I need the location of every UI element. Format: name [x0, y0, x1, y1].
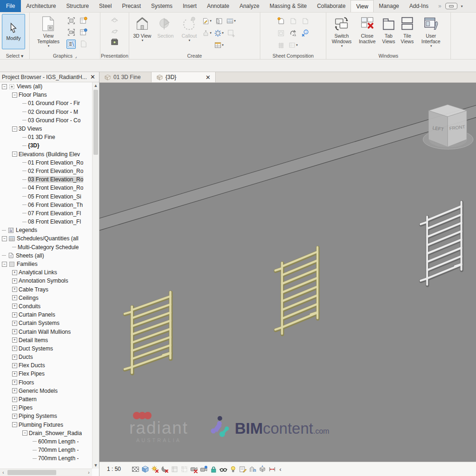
tree-item-label[interactable]: Views (all) [17, 83, 42, 90]
tree-item-3d[interactable]: {3D} [0, 141, 92, 150]
tree-item-label[interactable]: Curtain Systems [19, 320, 60, 326]
project-browser-titlebar[interactable]: Project Browser - IGS_RadiantH... ✕ [0, 72, 99, 82]
ribbon-tab-precast[interactable]: Precast [117, 0, 146, 12]
crop-region-icon[interactable] [180, 465, 189, 474]
cut-profile-icon[interactable] [79, 28, 88, 37]
tree-item-label[interactable]: 02 Front Elevation_Ro [28, 168, 83, 174]
tree-item-700mm-length[interactable]: 700mm Length - [0, 446, 92, 454]
ribbon-tab-file[interactable]: File [0, 0, 21, 12]
expand-icon[interactable]: + [12, 304, 17, 309]
tree-item-piping-systems[interactable]: +Piping Systems [0, 412, 92, 420]
tree-item-cable-trays[interactable]: +Cable Trays [0, 285, 92, 294]
tree-item-ducts[interactable]: +Ducts [0, 353, 92, 361]
tree-item-label[interactable]: Pipes [19, 404, 33, 411]
schedules-icon[interactable] [226, 16, 236, 26]
tree-item-700mm-length[interactable]: 700mm Length - [0, 454, 92, 463]
scroll-up-icon[interactable]: ▲ [93, 82, 99, 89]
ribbon-tab-steel[interactable]: Steel [94, 0, 117, 12]
tree-item-label[interactable]: Legends [16, 227, 37, 233]
tree-item-flex-ducts[interactable]: +Flex Ducts [0, 361, 92, 370]
analytical-model-icon[interactable] [248, 465, 257, 474]
ribbon-display-toggle-icon[interactable] [445, 3, 457, 9]
tree-item-label[interactable]: Flex Ducts [19, 362, 45, 369]
tree-item-legends[interactable]: Legends [0, 226, 92, 234]
scroll-left-icon[interactable]: ‹ [0, 469, 7, 476]
ribbon-overflow-icon[interactable]: » [438, 3, 442, 9]
expand-icon[interactable]: + [12, 329, 17, 334]
view-templates-button[interactable]: View Templates [32, 14, 65, 48]
thin-lines-icon[interactable] [66, 40, 76, 49]
expand-icon[interactable]: + [12, 414, 17, 419]
tree-item-label[interactable]: Drain_Shower_Radia [29, 430, 82, 436]
tree-item-01-front-elevation-ro[interactable]: 01 Front Elevation_Ro [0, 159, 92, 167]
tree-item-curtain-panels[interactable]: +Curtain Panels [0, 311, 92, 319]
towel-rail-brass-2[interactable] [271, 242, 325, 337]
ribbon-tab-structure[interactable]: Structure [61, 0, 94, 12]
tree-item-label[interactable]: Ducts [19, 354, 33, 360]
tree-item-label[interactable]: Cable Trays [19, 286, 48, 293]
tree-item-curtain-wall-mullions[interactable]: +Curtain Wall Mullions [0, 327, 92, 336]
render-icon[interactable] [110, 15, 119, 24]
tree-item-label[interactable]: 06 Front Elevation_Th [28, 202, 83, 208]
tree-item-07-front-elevation-fl[interactable]: 07 Front Elevation_Fl [0, 209, 92, 218]
tree-item-label[interactable]: 02 Ground Floor - M [28, 109, 78, 115]
view-properties-icon[interactable] [238, 465, 247, 474]
view-tab-01-3d-fine[interactable]: 01 3D Fine [99, 72, 152, 82]
tree-item-label[interactable]: Piping Systems [19, 413, 57, 419]
tree-item-label[interactable]: Curtain Wall Mullions [19, 329, 71, 335]
browser-horizontal-scrollbar[interactable]: ‹ › [0, 469, 92, 476]
drafting-view-icon[interactable] [202, 16, 212, 26]
tree-item-label[interactable]: Pattern [19, 396, 37, 403]
tree-item-label[interactable]: Schedules/Quantities (all [17, 235, 79, 242]
tree-item-analytical-links[interactable]: +Analytical Links [0, 268, 92, 277]
tree-item-600mm-length[interactable]: 600mm Length - [0, 437, 92, 446]
tree-item-label[interactable]: 600mm Length - [38, 438, 79, 445]
sun-path-icon[interactable] [151, 465, 159, 474]
3d-view-button[interactable]: 3D View [131, 14, 153, 42]
tree-item-label[interactable]: Generic Models [19, 388, 58, 394]
tree-item-label[interactable]: 3D Views [19, 126, 42, 132]
tree-item-detail-items[interactable]: +Detail Items [0, 336, 92, 344]
expand-icon[interactable]: + [12, 270, 17, 275]
towel-rail-brass-1[interactable] [119, 287, 179, 377]
collapse-icon[interactable]: − [2, 84, 7, 89]
expand-icon[interactable]: + [12, 363, 17, 368]
tree-item-annotation-symbols[interactable]: +Annotation Symbols [0, 277, 92, 285]
tree-item-plumbing-fixtures[interactable]: −Plumbing Fixtures [0, 421, 92, 429]
new-sheet-icon[interactable] [277, 16, 286, 26]
tree-item-label[interactable]: Detail Items [19, 337, 48, 344]
tree-item-label[interactable]: Elevations (Building Elev [19, 151, 80, 158]
tree-item-duct-systems[interactable]: +Duct Systems [0, 344, 92, 353]
tree-item-label[interactable]: Ceilings [19, 295, 39, 301]
browser-vertical-scrollbar[interactable]: ▲ ▼ [92, 82, 99, 469]
collapse-icon[interactable]: − [12, 126, 17, 132]
tree-item-elevations-building-elev[interactable]: −Elevations (Building Elev [0, 150, 92, 159]
expand-icon[interactable]: + [12, 355, 17, 360]
tree-item-generic-models[interactable]: +Generic Models [0, 387, 92, 395]
tree-item-04-front-elevation-ro[interactable]: 04 Front Elevation_Ro [0, 184, 92, 192]
viewports-icon[interactable] [277, 28, 286, 38]
tree-item-label[interactable]: Floor Plans [19, 92, 47, 98]
tab-views-button[interactable]: Tab Views [379, 14, 398, 44]
expand-icon[interactable]: + [12, 371, 17, 377]
tree-item-curtain-systems[interactable]: +Curtain Systems [0, 319, 92, 327]
tree-item-03-front-elevation-ro[interactable]: 03 Front Elevation_Ro [0, 175, 92, 184]
tree-item-label[interactable]: 08 Front Elevation_Fl [28, 218, 81, 225]
ribbon-tab-systems[interactable]: Systems [146, 0, 178, 12]
tree-item-label[interactable]: 03 Ground Floor - Co [28, 117, 80, 124]
filters-icon[interactable] [79, 16, 88, 26]
tree-item-3d-views[interactable]: −3D Views [0, 125, 92, 133]
expand-icon[interactable]: + [12, 337, 17, 343]
tree-item-01-ground-floor-fir[interactable]: 01 Ground Floor - Fir [0, 99, 92, 107]
tree-item-label[interactable]: 05 Front Elevation_Si [28, 193, 81, 200]
vscroll-thumb[interactable] [93, 90, 98, 155]
tree-item-label[interactable]: Duct Systems [19, 345, 53, 352]
tree-item-pipes[interactable]: +Pipes [0, 403, 92, 412]
legends-icon[interactable] [214, 40, 224, 50]
ribbon-tab-analyze[interactable]: Analyze [234, 0, 264, 12]
view-tab-3d[interactable]: {3D}✕ [152, 72, 216, 82]
plan-views-icon[interactable] [202, 28, 212, 38]
ribbon-tab-collaborate[interactable]: Collaborate [312, 0, 350, 12]
ribbon-tab-massing-site[interactable]: Massing & Site [264, 0, 312, 12]
expand-icon[interactable]: + [12, 380, 17, 385]
